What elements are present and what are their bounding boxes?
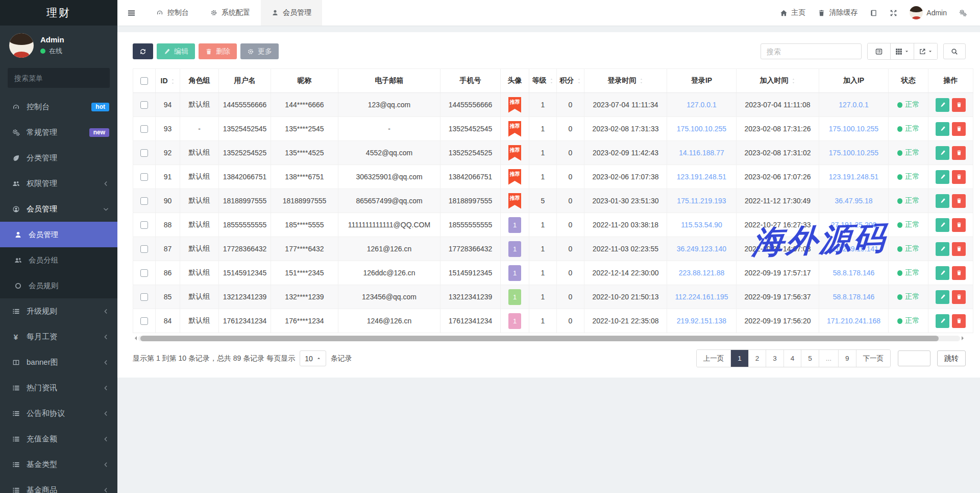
row-delete-button[interactable] [952, 98, 966, 112]
page-button-4[interactable]: 4 [783, 350, 801, 367]
page-button-5[interactable]: 5 [801, 350, 819, 367]
refresh-button[interactable] [133, 43, 153, 59]
table-search-input[interactable] [761, 43, 862, 59]
row-checkbox[interactable] [140, 197, 148, 205]
row-edit-button[interactable] [936, 146, 949, 160]
row-delete-button[interactable] [952, 170, 966, 184]
row-edit-button[interactable] [936, 218, 949, 232]
row-checkbox[interactable] [140, 101, 148, 109]
sidebar-item-基金商品[interactable]: 基金商品 [0, 477, 117, 493]
sidebar-item-会员分组[interactable]: 会员分组 [0, 247, 117, 273]
tab-系统配置[interactable]: 系统配置 [200, 0, 261, 26]
more-button[interactable]: 更多 [240, 43, 279, 59]
row-edit-button[interactable] [936, 98, 949, 112]
row-delete-button[interactable] [952, 242, 966, 256]
row-edit-button[interactable] [936, 122, 949, 136]
join_ip-link[interactable]: 175.100.10.255 [829, 125, 878, 133]
fullscreen-button[interactable] [890, 9, 897, 17]
home-button[interactable]: 主页 [780, 8, 805, 17]
join_ip-link[interactable]: 58.8.178.146 [833, 269, 875, 277]
login_ip-link[interactable]: 123.191.248.51 [677, 173, 726, 181]
login_ip-link[interactable]: 36.249.123.140 [677, 245, 726, 253]
row-checkbox[interactable] [140, 149, 148, 157]
row-delete-button[interactable] [952, 290, 966, 304]
page-button-9[interactable]: 9 [838, 350, 856, 367]
select-all-checkbox[interactable] [140, 77, 148, 85]
sidebar-item-会员规则[interactable]: 会员规则 [0, 273, 117, 298]
join_ip-link[interactable]: 36.47.95.18 [835, 197, 873, 205]
column-header-id[interactable]: ID [156, 69, 180, 93]
search-button[interactable] [943, 43, 966, 59]
page-button-2[interactable]: 2 [748, 350, 766, 367]
row-edit-button[interactable] [936, 290, 949, 304]
sidebar-item-充值金额[interactable]: 充值金额 [0, 426, 117, 452]
join_ip-link[interactable]: 171.210.241.168 [827, 317, 880, 325]
sidebar-item-分类管理[interactable]: 分类管理 [0, 145, 117, 171]
column-header-login_time[interactable]: 登录时间 [584, 69, 667, 93]
login_ip-link[interactable]: 219.92.151.138 [677, 317, 726, 325]
sidebar-item-常规管理[interactable]: 常规管理new [0, 120, 117, 145]
join_ip-link[interactable]: 58.8.178.146 [833, 293, 875, 301]
next-page-button[interactable]: 下一页 [856, 350, 891, 367]
join_ip-link[interactable]: 127.0.0.1 [839, 101, 868, 109]
login_ip-link[interactable]: 175.100.10.255 [677, 125, 726, 133]
sidebar-item-会员管理[interactable]: 会员管理 [0, 196, 117, 222]
sidebar-item-升级规则[interactable]: 升级规则 [0, 298, 117, 324]
profile-button[interactable]: Admin [910, 6, 947, 19]
tab-会员管理[interactable]: 会员管理 [261, 0, 322, 26]
scrollbar-track[interactable] [138, 336, 960, 341]
login_ip-link[interactable]: 127.0.0.1 [687, 101, 716, 109]
row-edit-button[interactable] [936, 170, 949, 184]
login_ip-link[interactable]: 175.11.219.193 [677, 197, 726, 205]
sidebar-item-基金类型[interactable]: 基金类型 [0, 452, 117, 477]
page-button-1[interactable]: 1 [730, 350, 748, 367]
page-jump-input[interactable] [898, 350, 930, 366]
row-delete-button[interactable] [952, 122, 966, 136]
row-checkbox[interactable] [140, 293, 148, 301]
export-button[interactable] [914, 43, 937, 59]
row-edit-button[interactable] [936, 194, 949, 208]
join_ip-link[interactable]: 120.229.19.141 [829, 245, 878, 253]
page-button-3[interactable]: 3 [766, 350, 783, 367]
sidebar-item-banner图[interactable]: banner图 [0, 349, 117, 375]
login_ip-link[interactable]: 115.53.54.90 [681, 221, 722, 229]
delete-button[interactable]: 删除 [199, 43, 237, 59]
row-edit-button[interactable] [936, 242, 949, 256]
row-delete-button[interactable] [952, 194, 966, 208]
settings-button[interactable] [959, 9, 967, 17]
row-delete-button[interactable] [952, 266, 966, 280]
sidebar-item-权限管理[interactable]: 权限管理 [0, 171, 117, 196]
column-header-level[interactable]: 等级 [529, 69, 557, 93]
columns-button[interactable] [890, 43, 914, 59]
sidebar-item-每月工资[interactable]: ¥每月工资 [0, 324, 117, 349]
sidebar-item-公告和协议[interactable]: 公告和协议 [0, 401, 117, 426]
row-delete-button[interactable] [952, 314, 966, 328]
row-edit-button[interactable] [936, 314, 949, 328]
docs-button[interactable] [870, 9, 877, 17]
scrollbar-thumb[interactable] [140, 336, 939, 341]
join_ip-link[interactable]: 27.191.25.200 [831, 221, 877, 229]
login_ip-link[interactable]: 112.224.161.195 [675, 293, 728, 301]
page-size-select[interactable]: 10 [300, 350, 326, 366]
row-delete-button[interactable] [952, 218, 966, 232]
sidebar-item-热门资讯[interactable]: 热门资讯 [0, 375, 117, 401]
sidebar-item-控制台[interactable]: 控制台hot [0, 94, 117, 120]
login_ip-link[interactable]: 14.116.188.77 [679, 149, 724, 157]
row-delete-button[interactable] [952, 146, 966, 160]
tab-控制台[interactable]: 控制台 [145, 0, 200, 26]
detail-view-button[interactable] [868, 43, 890, 59]
sidebar-item-会员管理[interactable]: 会员管理 [0, 222, 117, 247]
row-checkbox[interactable] [140, 125, 148, 133]
menu-toggle-button[interactable] [117, 0, 145, 26]
edit-button[interactable]: 编辑 [157, 43, 195, 59]
login_ip-link[interactable]: 223.88.121.88 [679, 269, 725, 277]
clear-cache-button[interactable]: 清除缓存 [818, 8, 857, 17]
column-header-points[interactable]: 积分 [557, 69, 584, 93]
row-edit-button[interactable] [936, 266, 949, 280]
row-checkbox[interactable] [140, 245, 148, 253]
row-checkbox[interactable] [140, 269, 148, 277]
sidebar-search-input[interactable] [14, 74, 107, 82]
row-checkbox[interactable] [140, 221, 148, 229]
prev-page-button[interactable]: 上一页 [697, 350, 731, 367]
row-checkbox[interactable] [140, 173, 148, 181]
